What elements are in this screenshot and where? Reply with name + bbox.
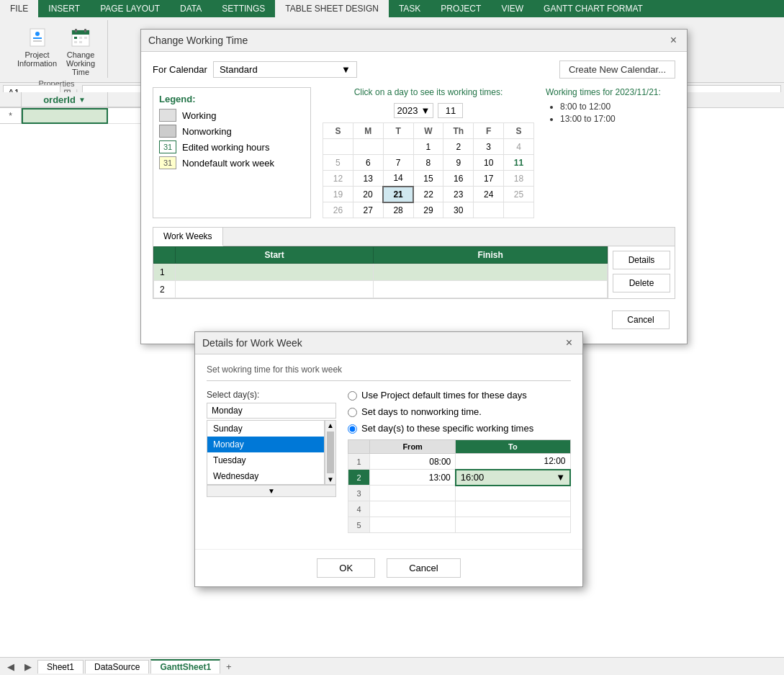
cal-day[interactable]: 17 [474,171,504,187]
tab-file[interactable]: FILE [0,0,38,17]
cal-day[interactable]: 26 [323,202,353,218]
cal-day[interactable]: 18 [504,171,534,187]
create-new-calendar-button[interactable]: Create New Calendar... [559,61,675,79]
cal-day[interactable]: 14 [383,171,413,187]
tab-table-sheet-design[interactable]: TABLE SHEET DESIGN [275,0,389,17]
sheet-tab-datasource[interactable]: DataSource [85,660,149,674]
time-to-4[interactable] [456,501,570,517]
col-header-orderid[interactable]: orderId ▼ [22,92,108,107]
cal-day[interactable]: 24 [474,187,504,202]
sheet-tab-ganttsheet1[interactable]: GanttSheet1 [150,659,220,674]
time-row-1[interactable]: 1 08:00 12:00 [348,454,571,470]
sheet-nav-next[interactable]: ▶ [20,660,36,674]
calendar-dropdown[interactable]: Standard ▼ [213,61,357,78]
cal-day[interactable]: 19 [323,187,353,202]
time-from-1[interactable]: 08:00 [370,454,456,470]
day-list[interactable]: Sunday Monday Tuesday Wednesday [207,420,325,485]
cal-day-21[interactable]: 21 [383,187,413,202]
time-row-2[interactable]: 2 13:00 16:00 ▼ [348,470,571,486]
sheet-nav-prev[interactable]: ◀ [3,660,19,674]
radio-nonworking[interactable] [348,408,357,417]
tab-view[interactable]: VIEW [491,0,533,17]
details-button[interactable]: Details [613,251,670,269]
year-dropdown[interactable]: 2023 ▼ [394,103,434,118]
cal-day[interactable]: 22 [413,187,443,202]
sheet-tab-sheet1[interactable]: Sheet1 [37,660,84,674]
day-item-sunday[interactable]: Sunday [207,421,324,437]
cal-day[interactable]: 3 [474,139,504,155]
tab-task[interactable]: TASK [389,0,431,17]
scrollbar-down[interactable]: ▼ [325,475,335,484]
tab-insert[interactable]: INSERT [38,0,90,17]
cwt-close-button[interactable]: × [667,34,680,47]
radio-specific[interactable] [348,424,357,434]
change-working-time-button[interactable]: ChangeWorkingTime [63,23,99,79]
cal-day[interactable]: 5 [323,155,353,171]
cal-day[interactable]: 29 [413,202,443,218]
cal-day[interactable]: 28 [383,202,413,218]
cal-day[interactable]: 4 [504,139,534,155]
time-row-5[interactable]: 5 [348,517,571,533]
dww-cancel-button[interactable]: Cancel [387,558,460,578]
cal-day[interactable] [323,139,353,155]
dww-close-button[interactable]: × [563,336,575,349]
ww-finish-1[interactable] [374,264,608,281]
project-information-button[interactable]: ProjectInformation [14,23,60,79]
delete-button[interactable]: Delete [613,274,670,292]
filter-icon[interactable]: ▼ [78,96,86,104]
ww-row-1[interactable]: 1 [154,264,608,281]
cal-day[interactable] [353,139,383,155]
ww-row-2[interactable]: 2 [154,281,608,298]
time-from-5[interactable] [370,517,456,533]
dww-ok-button[interactable]: OK [317,558,375,578]
cal-day[interactable]: 1 [413,139,443,155]
tab-project[interactable]: PROJECT [431,0,491,17]
cal-day[interactable]: 30 [443,202,474,218]
work-weeks-tab[interactable]: Work Weeks [153,228,223,246]
cal-day[interactable]: 7 [383,155,413,171]
cal-day[interactable]: 16 [443,171,474,187]
ww-start-2[interactable] [176,281,374,298]
time-to-1[interactable]: 12:00 [456,454,570,470]
cal-day[interactable]: 13 [353,171,383,187]
tab-page-layout[interactable]: PAGE LAYOUT [90,0,170,17]
day-item-wednesday[interactable]: Wednesday [207,468,324,484]
day-item-monday[interactable]: Monday [207,437,324,452]
cal-day[interactable]: 12 [323,171,353,187]
day-scroll-down-button[interactable]: ▼ [207,485,336,497]
cal-day[interactable]: 6 [353,155,383,171]
cal-day[interactable]: 20 [353,187,383,202]
scrollbar-up[interactable]: ▲ [325,421,335,430]
day-list-scrollbar[interactable]: ▲ ▼ [325,420,336,485]
cell-a1[interactable] [22,108,108,124]
cal-day[interactable]: 8 [413,155,443,171]
time-to-3[interactable] [456,486,570,501]
add-sheet-btn[interactable]: + [222,660,236,674]
cal-day[interactable]: 2 [443,139,474,155]
month-value[interactable]: 11 [438,103,463,118]
tab-data[interactable]: DATA [170,0,212,17]
cal-day[interactable]: 15 [413,171,443,187]
time-from-3[interactable] [370,486,456,501]
ww-finish-2[interactable] [374,281,608,298]
cal-day[interactable]: 10 [474,155,504,171]
cal-day[interactable]: 25 [504,187,534,202]
cal-day[interactable]: 27 [353,202,383,218]
time-row-4[interactable]: 4 [348,501,571,517]
ww-start-1[interactable] [176,264,374,281]
cal-day-11[interactable]: 11 [504,155,534,171]
time-from-2[interactable]: 13:00 [370,470,456,486]
time-row-3[interactable]: 3 [348,486,571,501]
day-item-tuesday[interactable]: Tuesday [207,452,324,468]
cal-day[interactable] [383,139,413,155]
cal-day[interactable] [504,202,534,218]
cal-day[interactable] [474,202,504,218]
radio-use-default[interactable] [348,391,357,401]
time-to-2-dropdown[interactable]: 16:00 ▼ [461,472,565,483]
tab-gantt-chart-format[interactable]: GANTT CHART FORMAT [533,0,653,17]
cal-day[interactable]: 23 [443,187,474,202]
time-to-5[interactable] [456,517,570,533]
cal-day[interactable]: 9 [443,155,474,171]
time-to-2-arrow[interactable]: ▼ [556,472,565,483]
time-from-4[interactable] [370,501,456,517]
